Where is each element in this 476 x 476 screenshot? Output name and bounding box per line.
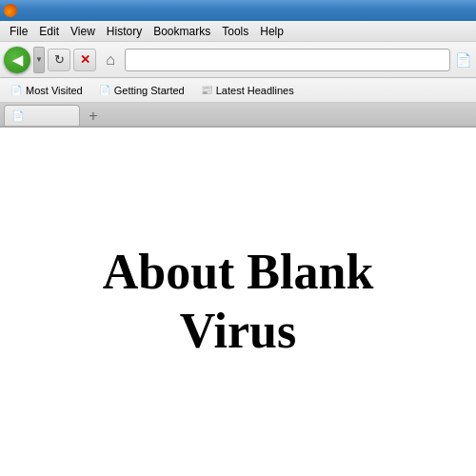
refresh-button[interactable]: ↻	[48, 49, 70, 71]
nav-bar: ◀ ▼ ↻ ✕ ⌂ 📄	[0, 42, 476, 78]
getting-started-icon: 📄	[98, 84, 111, 97]
page-content: About Blank Virus	[0, 128, 476, 476]
bookmark-most-visited[interactable]: 📄 Most Visited	[6, 83, 87, 98]
menu-bar: File Edit View History Bookmarks Tools H…	[0, 21, 476, 42]
menu-bookmarks[interactable]: Bookmarks	[148, 23, 216, 40]
address-bar-input[interactable]	[125, 49, 450, 71]
page-title-line2: Virus	[180, 304, 296, 358]
bookmark-most-visited-label: Most Visited	[26, 85, 83, 96]
bookmark-getting-started-label: Getting Started	[114, 85, 185, 96]
page-title: About Blank Virus	[103, 243, 374, 362]
bookmark-latest-headlines[interactable]: 📰 Latest Headlines	[196, 83, 298, 98]
back-button[interactable]: ◀	[4, 47, 30, 73]
firefox-logo-icon	[4, 4, 17, 17]
menu-help[interactable]: Help	[254, 23, 289, 40]
bookmark-getting-started[interactable]: 📄 Getting Started	[94, 83, 188, 98]
tab-bar: 📄 +	[0, 103, 476, 128]
latest-headlines-icon: 📰	[200, 84, 213, 97]
most-visited-icon: 📄	[10, 84, 23, 97]
menu-tools[interactable]: Tools	[216, 23, 254, 40]
history-dropdown-button[interactable]: ▼	[33, 47, 45, 73]
home-button[interactable]: ⌂	[99, 49, 122, 71]
bookmarks-bar: 📄 Most Visited 📄 Getting Started 📰 Lates…	[0, 78, 476, 103]
new-tab-button[interactable]: +	[84, 107, 103, 126]
bookmark-latest-headlines-label: Latest Headlines	[216, 85, 294, 96]
blank-tab[interactable]: 📄	[4, 105, 80, 126]
stop-button[interactable]: ✕	[73, 49, 96, 71]
page-icon: 📄	[453, 50, 472, 69]
page-title-line1: About Blank	[103, 245, 374, 299]
menu-file[interactable]: File	[4, 23, 33, 40]
tab-page-icon: 📄	[12, 110, 24, 122]
menu-edit[interactable]: Edit	[33, 23, 65, 40]
title-bar	[0, 0, 476, 21]
menu-history[interactable]: History	[101, 23, 148, 40]
menu-view[interactable]: View	[65, 23, 101, 40]
